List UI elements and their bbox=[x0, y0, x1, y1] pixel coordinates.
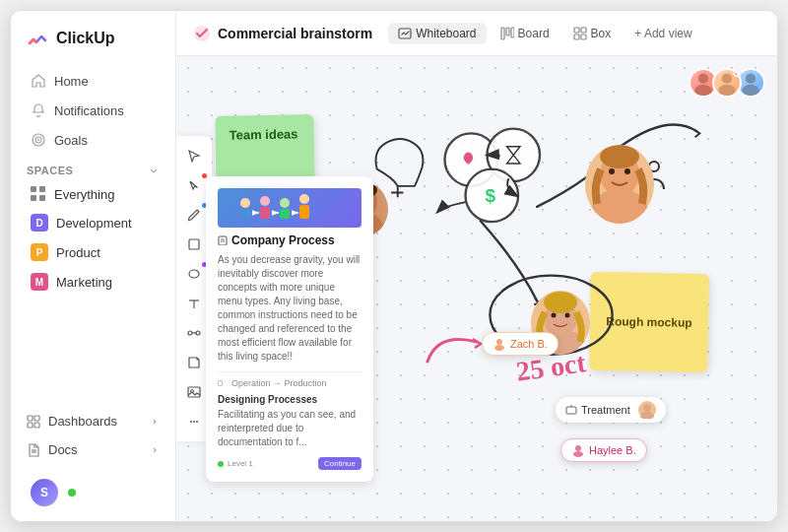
logo-area: ClickUp bbox=[11, 23, 175, 66]
svg-point-80 bbox=[575, 445, 581, 451]
svg-point-61 bbox=[544, 292, 577, 313]
svg-point-42 bbox=[466, 169, 519, 223]
whiteboard-canvas[interactable]: Team ideas Rough mockup bbox=[176, 56, 777, 521]
dashboards-icon bbox=[27, 415, 40, 429]
text-tool[interactable] bbox=[182, 292, 206, 315]
svg-rect-3 bbox=[28, 416, 33, 421]
svg-rect-73 bbox=[219, 381, 223, 386]
svg-rect-76 bbox=[566, 407, 576, 414]
user-status-icon bbox=[66, 487, 78, 499]
app-container: ClickUp Home Notifications Goals Spaces bbox=[10, 10, 778, 522]
project-icon bbox=[192, 24, 212, 43]
svg-point-2 bbox=[37, 139, 39, 141]
doc-card-label-1: Level 1 bbox=[218, 459, 253, 468]
svg-rect-14 bbox=[511, 28, 514, 37]
cursor-tool[interactable] bbox=[182, 144, 206, 167]
tab-board[interactable]: Board bbox=[491, 23, 559, 44]
doc-card-header bbox=[218, 188, 361, 228]
svg-point-41 bbox=[488, 129, 541, 182]
svg-point-29 bbox=[196, 421, 198, 423]
svg-rect-63 bbox=[240, 209, 250, 219]
box-tab-icon bbox=[573, 27, 587, 40]
sticky-yellow-text: Rough mockup bbox=[606, 314, 692, 330]
sidebar-item-product[interactable]: P Product bbox=[15, 237, 171, 267]
zach-avatar-icon bbox=[492, 337, 506, 351]
marketing-dot: M bbox=[31, 273, 48, 291]
doc-sub-section-title: Designing Processes bbox=[218, 394, 361, 405]
more-tools[interactable] bbox=[182, 410, 206, 433]
svg-rect-4 bbox=[34, 416, 39, 421]
svg-point-33 bbox=[718, 85, 735, 97]
add-view-button[interactable]: + Add view bbox=[624, 23, 701, 44]
sidebar-item-goals[interactable]: Goals bbox=[15, 125, 171, 155]
select-tool[interactable] bbox=[182, 173, 206, 197]
svg-point-40 bbox=[445, 133, 498, 186]
svg-point-56 bbox=[600, 145, 639, 168]
sidebar-item-dashboards[interactable]: Dashboards bbox=[11, 407, 175, 435]
topbar-title-area: Commercial brainstorm bbox=[192, 24, 372, 43]
svg-rect-69 bbox=[299, 205, 309, 219]
add-view-label: + Add view bbox=[634, 27, 691, 40]
bell-icon bbox=[31, 102, 46, 118]
svg-point-24 bbox=[196, 331, 200, 335]
svg-rect-13 bbox=[506, 28, 509, 35]
haylee-tag-label: Haylee B. bbox=[589, 444, 636, 456]
treatment-label: Treatment bbox=[581, 404, 630, 416]
image-tool[interactable] bbox=[182, 380, 206, 404]
sidebar-item-marketing-label: Marketing bbox=[56, 275, 112, 290]
treatment-tag[interactable]: Treatment bbox=[556, 397, 666, 423]
sidebar-item-development[interactable]: D Development bbox=[15, 208, 171, 237]
docs-chevron-icon bbox=[150, 445, 160, 455]
ellipse-tool[interactable] bbox=[182, 262, 206, 286]
svg-point-62 bbox=[240, 198, 250, 208]
svg-text:$: $ bbox=[486, 185, 496, 206]
svg-rect-15 bbox=[574, 28, 579, 33]
svg-point-32 bbox=[722, 73, 732, 83]
zach-user-tag[interactable]: Zach B. bbox=[482, 332, 558, 356]
sidebar-item-everything[interactable]: Everything bbox=[15, 180, 171, 208]
svg-point-27 bbox=[190, 421, 192, 423]
sticky-tool[interactable] bbox=[182, 351, 206, 374]
svg-rect-6 bbox=[34, 423, 39, 428]
tab-box[interactable]: Box bbox=[563, 23, 622, 44]
sidebar-user-area[interactable]: S bbox=[15, 472, 171, 513]
pen-tool[interactable] bbox=[182, 203, 206, 227]
tab-whiteboard[interactable]: Whiteboard bbox=[388, 23, 486, 44]
svg-rect-18 bbox=[581, 34, 586, 39]
connector-tool[interactable] bbox=[182, 321, 206, 345]
svg-point-28 bbox=[193, 421, 195, 423]
document-card[interactable]: Company Process As you decrease gravity,… bbox=[206, 176, 373, 482]
haylee-user-tag[interactable]: Haylee B. bbox=[560, 438, 647, 462]
person-face-2 bbox=[585, 145, 654, 224]
svg-point-55 bbox=[624, 168, 630, 174]
svg-rect-70 bbox=[219, 236, 227, 245]
svg-point-30 bbox=[698, 73, 708, 83]
sidebar-item-home-label: Home bbox=[54, 74, 89, 89]
svg-point-34 bbox=[746, 73, 755, 83]
sidebar-item-notifications[interactable]: Notifications bbox=[15, 96, 171, 125]
sidebar-item-marketing[interactable]: M Marketing bbox=[15, 267, 171, 297]
logo-text: ClickUp bbox=[56, 30, 115, 47]
svg-point-53 bbox=[592, 189, 647, 224]
svg-rect-12 bbox=[501, 28, 504, 39]
level-label: Level 1 bbox=[228, 459, 253, 468]
svg-point-35 bbox=[742, 85, 758, 97]
sticky-note-rough-mockup[interactable]: Rough mockup bbox=[589, 272, 709, 372]
sidebar-bottom: Dashboards Docs S bbox=[11, 399, 175, 521]
tab-box-label: Box bbox=[591, 27, 612, 40]
doc-icon bbox=[218, 235, 228, 245]
user-avatar: S bbox=[31, 479, 58, 506]
sidebar-item-goals-label: Goals bbox=[54, 133, 88, 148]
avatar-2 bbox=[712, 68, 742, 98]
tab-board-label: Board bbox=[518, 27, 550, 40]
development-dot: D bbox=[31, 214, 48, 232]
svg-rect-16 bbox=[581, 28, 586, 33]
sidebar-item-home[interactable]: Home bbox=[15, 66, 171, 96]
sidebar-item-docs[interactable]: Docs bbox=[11, 435, 175, 464]
svg-point-20 bbox=[189, 270, 199, 278]
svg-rect-25 bbox=[188, 387, 200, 397]
shape-tool[interactable] bbox=[182, 233, 206, 256]
workflow-icon bbox=[218, 378, 228, 388]
board-tab-icon bbox=[500, 27, 514, 40]
sticky-green-text: Team ideas bbox=[230, 126, 298, 142]
